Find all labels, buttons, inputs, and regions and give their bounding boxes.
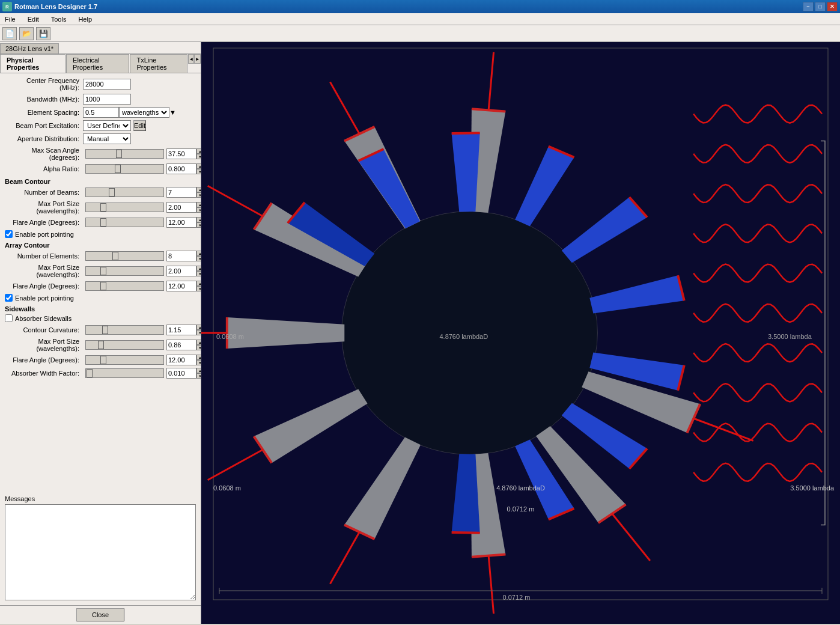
absorber-sidewalls-checkbox[interactable] — [5, 314, 13, 322]
contour-curvature-up[interactable]: ▲ — [196, 325, 201, 330]
bandwidth-input[interactable] — [83, 94, 131, 105]
tab-next-button[interactable]: ► — [194, 54, 201, 64]
max-scan-angle-down[interactable]: ▼ — [196, 154, 201, 159]
sidewall-flare-angle-row: Flare Angle (Degrees): ▲ ▼ — [5, 355, 196, 365]
array-flare-angle-input[interactable] — [166, 281, 196, 291]
new-button[interactable]: 📄 — [2, 27, 17, 40]
array-max-port-size-slider[interactable] — [85, 266, 164, 276]
tab-prev-button[interactable]: ◄ — [188, 54, 195, 64]
element-spacing-input[interactable] — [83, 107, 119, 118]
messages-box[interactable] — [5, 504, 196, 600]
menu-edit[interactable]: Edit — [25, 14, 41, 24]
tab-txline-properties[interactable]: TxLine Properties — [130, 54, 187, 73]
lens-tab[interactable]: 28GHz Lens v1* — [0, 43, 59, 53]
num-beams-input[interactable] — [166, 187, 196, 198]
contour-curvature-slider[interactable] — [85, 325, 164, 335]
array-flare-angle-slider[interactable] — [85, 281, 164, 291]
sidewall-max-port-size-row: Max Port Size (wavelengths): ▲ ▼ — [5, 338, 196, 352]
beam-max-port-size-input[interactable] — [166, 202, 196, 213]
num-beams-up[interactable]: ▲ — [196, 187, 201, 192]
alpha-ratio-slider[interactable] — [85, 164, 164, 174]
save-button[interactable]: 💾 — [36, 27, 50, 40]
messages-label: Messages — [5, 495, 196, 502]
absorber-width-factor-up[interactable]: ▲ — [196, 368, 201, 373]
array-max-port-size-row: Max Port Size (wavelengths): ▲ ▼ — [5, 264, 196, 278]
contour-curvature-row: Contour Curvature: ▲ ▼ — [5, 325, 196, 335]
absorber-width-factor-input[interactable] — [166, 368, 196, 379]
element-spacing-row: Element Spacing: wavelengths mm ▼ — [5, 107, 196, 118]
bottom-dimension-label: 0.0712 m — [507, 505, 535, 513]
beam-flare-angle-input[interactable] — [166, 217, 196, 228]
beam-port-edit-button[interactable]: Edit — [133, 120, 146, 131]
absorber-sidewalls-label: Absorber Sidewalls — [15, 315, 72, 322]
element-spacing-units[interactable]: wavelengths mm — [119, 107, 169, 118]
menu-tools[interactable]: Tools — [49, 14, 69, 24]
array-enable-port-pointing-checkbox[interactable] — [5, 294, 13, 302]
alpha-ratio-label: Alpha Ratio: — [5, 165, 83, 172]
maximize-button[interactable]: □ — [815, 2, 826, 11]
menu-help[interactable]: Help — [76, 14, 94, 24]
alpha-ratio-input[interactable] — [166, 163, 196, 174]
close-window-button[interactable]: ✕ — [827, 2, 838, 11]
array-max-port-size-up[interactable]: ▲ — [196, 266, 201, 271]
center-dimension-label: 4.8760 lambdaD — [496, 484, 545, 492]
sidewall-flare-angle-down[interactable]: ▼ — [196, 360, 201, 365]
tab-electrical-properties[interactable]: Electrical Properties — [66, 54, 129, 73]
sidewall-max-port-size-down[interactable]: ▼ — [196, 345, 201, 350]
num-elements-slider[interactable] — [85, 251, 164, 261]
beam-port-excitation-select[interactable]: User Defined Auto — [83, 120, 131, 131]
num-beams-down[interactable]: ▼ — [196, 192, 201, 198]
toolbar: 📄 📂 💾 — [0, 25, 840, 42]
max-scan-angle-up[interactable]: ▲ — [196, 148, 201, 154]
beam-enable-port-pointing-checkbox[interactable] — [5, 230, 13, 238]
title-bar: R Rotman Lens Designer 1.7 − □ ✕ — [0, 0, 840, 13]
aperture-distribution-select[interactable]: Manual Auto — [83, 133, 131, 144]
beam-flare-angle-up[interactable]: ▲ — [196, 217, 201, 222]
beam-max-port-size-slider[interactable] — [85, 203, 164, 212]
absorber-width-factor-slider[interactable] — [85, 368, 164, 378]
sidewall-max-port-size-slider[interactable] — [85, 340, 164, 350]
open-button[interactable]: 📂 — [19, 27, 34, 40]
center-freq-label: Center Frequency (MHz): — [5, 77, 83, 91]
tab-physical-properties[interactable]: Physical Properties — [0, 54, 65, 73]
beam-max-port-size-down[interactable]: ▼ — [196, 207, 201, 213]
contour-curvature-input[interactable] — [166, 325, 196, 335]
absorber-width-factor-down[interactable]: ▼ — [196, 373, 201, 379]
num-elements-row: Number of Elements: ▲ ▼ — [5, 251, 196, 261]
num-elements-up[interactable]: ▲ — [196, 251, 201, 256]
sidewall-flare-angle-slider[interactable] — [85, 355, 164, 365]
beam-flare-angle-row: Flare Angle (Degrees): ▲ ▼ — [5, 217, 196, 228]
array-flare-angle-up[interactable]: ▲ — [196, 281, 201, 286]
beam-flare-angle-slider[interactable] — [85, 218, 164, 227]
max-scan-angle-input[interactable] — [166, 148, 196, 159]
beam-flare-angle-down[interactable]: ▼ — [196, 222, 201, 228]
close-button[interactable]: Close — [76, 608, 124, 621]
lens-tab-row: 28GHz Lens v1* — [0, 42, 201, 54]
menu-file[interactable]: File — [2, 14, 18, 24]
beam-max-port-size-up[interactable]: ▲ — [196, 202, 201, 207]
center-freq-row: Center Frequency (MHz): — [5, 77, 196, 91]
array-flare-angle-down[interactable]: ▼ — [196, 286, 201, 291]
main-container: 28GHz Lens v1* Physical Properties Elect… — [0, 42, 840, 624]
array-max-port-size-down[interactable]: ▼ — [196, 271, 201, 276]
beam-port-excitation-row: Beam Port Excitation: User Defined Auto … — [5, 120, 196, 131]
beam-contour-header: Beam Contour — [5, 178, 196, 185]
num-elements-down[interactable]: ▼ — [196, 256, 201, 261]
sidewall-flare-angle-up[interactable]: ▲ — [196, 355, 201, 360]
bandwidth-row: Bandwidth (MHz): — [5, 94, 196, 105]
sidewall-max-port-size-input[interactable] — [166, 340, 196, 350]
contour-curvature-down[interactable]: ▼ — [196, 330, 201, 335]
max-scan-angle-slider[interactable] — [85, 149, 164, 159]
minimize-button[interactable]: − — [803, 2, 814, 11]
alpha-ratio-up[interactable]: ▲ — [196, 163, 201, 169]
sidewall-max-port-size-up[interactable]: ▲ — [196, 340, 201, 345]
menu-bar: File Edit Tools Help — [0, 13, 840, 25]
alpha-ratio-down[interactable]: ▼ — [196, 169, 201, 174]
center-freq-input[interactable] — [83, 79, 131, 90]
array-enable-port-pointing-label: Enable port pointing — [15, 294, 74, 302]
sidewall-flare-angle-input[interactable] — [166, 355, 196, 365]
units-dropdown-icon: ▼ — [169, 109, 176, 116]
num-beams-slider[interactable] — [85, 188, 164, 197]
num-elements-input[interactable] — [166, 251, 196, 261]
array-max-port-size-input[interactable] — [166, 266, 196, 276]
